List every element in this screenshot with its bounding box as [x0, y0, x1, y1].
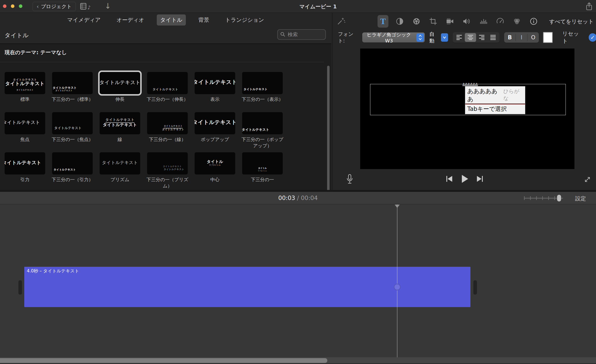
ime-candidate-window: ああああああ ひらがな Tabキーで選択 [465, 86, 525, 114]
title-thumbnail[interactable]: タイトルテキストタイトルテキスト [100, 112, 140, 134]
title-thumbnail[interactable]: タイトルテキスト [195, 112, 235, 134]
title-thumbnail[interactable]: タイトルテキスト [5, 152, 45, 174]
align-left-button[interactable] [454, 33, 465, 42]
title-item-focus[interactable]: タイトルテキスト焦点 [5, 112, 52, 143]
font-family-dropdown[interactable]: ヒラギノ角ゴシック W3 [362, 32, 425, 43]
title-item-lower-third-standard[interactable]: タイトルテキストタイトルテキスト下三分の一（標準） [52, 72, 100, 103]
slider-thumb[interactable] [557, 195, 561, 201]
tab-backgrounds[interactable]: 背景 [195, 15, 213, 26]
italic-button[interactable]: I [516, 34, 527, 41]
app-media-icon[interactable]: ♪ [80, 2, 91, 10]
back-to-projects-button[interactable]: ‹ プロジェクト [33, 2, 76, 11]
minimize-window-button[interactable] [11, 4, 15, 8]
title-thumbnail[interactable]: タイトルサブタイトル [195, 152, 235, 174]
tab-audio[interactable]: オーディオ [113, 15, 148, 26]
title-thumbnail[interactable]: タイトルテキスト [242, 72, 283, 94]
title-item-lower-third-line[interactable]: タイトルテキストタイトルテキスト下三分の一（線） [147, 112, 195, 143]
title-thumbnail[interactable]: タイトルテキストタイトルテキスト [52, 72, 93, 94]
text-color-swatch[interactable] [543, 32, 553, 43]
title-thumbnail[interactable]: タイトルテキストタイトルテキストタイトルテキスト [5, 72, 45, 94]
title-item-lower-third[interactable]: タイトルサブタイトル下三分の一 [242, 152, 290, 183]
viewer-canvas[interactable]: ああああああ ああああああ ひらがな Tabキーで選択 [360, 49, 574, 169]
title-item-lower-third-prism[interactable]: タイトルテキストタイトルテキスト下三分の一（プリズム） [147, 152, 195, 189]
font-stepper-icon[interactable] [417, 33, 424, 42]
title-thumbnail[interactable]: タイトルテキスト [100, 152, 140, 174]
tab-transitions[interactable]: トランジション [222, 15, 268, 26]
title-item-centered[interactable]: タイトルサブタイトル中心 [195, 152, 242, 183]
font-size-value[interactable]: 自動 [429, 31, 439, 44]
imovie-window: { "top_bar": { "back_label": "プロジェクト", "… [0, 0, 596, 364]
close-window-button[interactable] [3, 4, 7, 8]
reset-all-button[interactable]: すべてをリセット [549, 18, 594, 25]
title-clip[interactable]: 4.0秒 – タイトルテキスト [24, 267, 470, 307]
search-input[interactable]: 検索 [277, 29, 326, 40]
skip-back-button[interactable] [446, 175, 453, 183]
fullscreen-expand-icon[interactable] [583, 175, 592, 184]
title-item-pop-up[interactable]: タイトルテキストポップアップ [195, 112, 242, 143]
align-center-button[interactable] [465, 33, 476, 42]
tab-titles[interactable]: タイトル [157, 15, 186, 26]
outline-button[interactable]: O [528, 34, 539, 41]
title-item-lower-third-reveal[interactable]: タイトルテキスト下三分の一（表示） [242, 72, 290, 103]
title-thumbnail[interactable]: タイトルテキストタイトルテキスト [147, 112, 188, 134]
stabilization-button[interactable] [445, 15, 455, 28]
info-button[interactable] [528, 15, 539, 28]
align-justify-button[interactable] [487, 33, 499, 42]
skip-forward-button[interactable] [476, 175, 484, 183]
title-name-label: 下三分の一（ポップアップ） [240, 136, 285, 149]
typed-title-text[interactable]: ああああああ [462, 83, 478, 86]
timeline-settings-button[interactable]: 設定 [575, 195, 586, 202]
tab-my-media[interactable]: マイメディア [64, 15, 104, 26]
voiceover-mic-icon[interactable] [345, 174, 354, 185]
title-item-lower-third-pop-up[interactable]: タイトルテキスト下三分の一（ポップアップ） [242, 112, 290, 149]
playhead-knob[interactable] [394, 284, 401, 290]
speed-button[interactable] [495, 15, 506, 28]
title-thumbnail[interactable]: タイトルサブタイトル [242, 152, 283, 174]
apply-check-button[interactable]: ✓ [589, 33, 596, 42]
title-thumbnail[interactable]: タイトルテキスト [147, 72, 188, 94]
title-thumbnail[interactable]: タイトルテキスト [52, 152, 93, 174]
title-name-label: ポップアップ [193, 136, 237, 143]
title-item-reveal[interactable]: タイトルテキスト表示 [195, 72, 242, 103]
title-thumbnail[interactable]: タイトルテキストタイトルテキスト [147, 152, 188, 174]
title-item-lower-third-gravity[interactable]: タイトルテキスト下三分の一（引力） [52, 152, 100, 183]
reset-button[interactable]: リセット [562, 30, 583, 45]
title-item-lower-third-expand[interactable]: タイトルテキスト下三分の一（伸長） [147, 72, 195, 103]
browser-vertical-scrollbar[interactable] [327, 66, 330, 190]
font-size-dropdown-icon[interactable] [441, 33, 448, 42]
share-icon[interactable] [585, 2, 593, 11]
noise-reduction-button[interactable] [478, 15, 489, 28]
title-item-prism[interactable]: タイトルテキストプリズム [100, 152, 147, 183]
effects-button[interactable] [511, 15, 522, 28]
playhead-triangle-icon[interactable] [395, 205, 400, 208]
play-button[interactable] [460, 174, 469, 184]
title-item-lower-third-focus[interactable]: タイトルテキスト下三分の一（焦点） [52, 112, 100, 143]
clip-right-trim-handle[interactable] [473, 280, 477, 295]
info-icon [529, 17, 538, 26]
title-thumbnail[interactable]: タイトルテキスト [5, 112, 45, 134]
zoom-window-button[interactable] [19, 4, 22, 8]
clip-left-trim-handle[interactable] [18, 280, 22, 295]
title-thumbnail[interactable]: タイトルテキスト [195, 72, 235, 94]
import-arrow-icon[interactable]: ↓ [105, 2, 111, 10]
title-thumbnail[interactable]: タイトルテキスト [100, 72, 140, 94]
timeline-horizontal-scrollbar-thumb[interactable] [0, 358, 327, 363]
title-item-gravity[interactable]: タイトルテキスト引力 [5, 152, 52, 183]
title-thumbnail[interactable]: タイトルテキスト [52, 112, 93, 134]
bold-button[interactable]: B [504, 34, 515, 41]
title-name-label: 下三分の一（線） [145, 136, 190, 143]
divider [0, 62, 324, 62]
volume-button[interactable] [461, 15, 472, 28]
crop-button[interactable] [428, 15, 439, 28]
title-item-line[interactable]: タイトルテキストタイトルテキスト線 [100, 112, 147, 143]
timeline-zoom-slider[interactable] [524, 195, 563, 201]
title-thumbnail[interactable]: タイトルテキスト [242, 112, 283, 134]
color-correction-button[interactable] [411, 15, 422, 28]
align-right-button[interactable] [476, 33, 487, 42]
enhance-wand-icon[interactable] [336, 17, 345, 26]
title-item-standard[interactable]: タイトルテキストタイトルテキストタイトルテキスト標準 [5, 72, 52, 103]
text-settings-button[interactable]: T [378, 15, 388, 28]
timeline-track-area[interactable]: 4.0秒 – タイトルテキスト ♫ [0, 204, 596, 357]
title-item-expand[interactable]: タイトルテキスト伸長 [100, 72, 147, 103]
color-balance-button[interactable] [394, 15, 405, 28]
